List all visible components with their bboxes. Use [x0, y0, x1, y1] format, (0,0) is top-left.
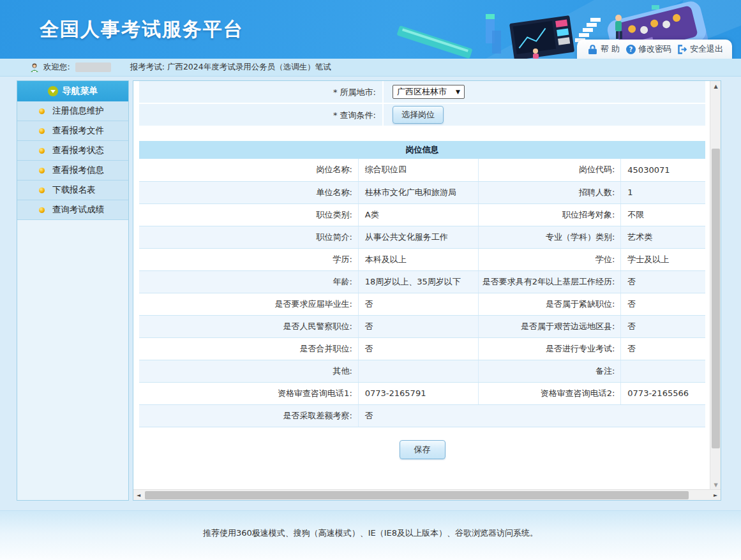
field-value: A类	[358, 203, 478, 226]
field-value: 否	[358, 404, 705, 427]
lock-icon	[588, 45, 598, 54]
job-info-content: * 所属地市: 广西区桂林市 ▼ * 查询条件: 选择岗位 岗位信息	[133, 81, 705, 479]
field-label: 资格审查咨询电话2:	[478, 382, 621, 404]
field-label: 是否属于紧缺职位:	[478, 293, 621, 315]
table-row: 资格审查咨询电话1:0773-2165791资格审查咨询电话2:0773-216…	[139, 382, 705, 404]
sidebar-menu: 注册信息维护查看报考文件查看报考状态查看报考信息下载报名表查询考试成绩	[17, 101, 128, 220]
table-row: 是否人民警察职位:否是否属于艰苦边远地区县:否	[139, 315, 705, 337]
header-link-label: 帮 助	[601, 43, 620, 55]
table-row: 学历:本科及以上学位:学士及以上	[139, 248, 705, 270]
field-label: 学历:	[139, 248, 358, 270]
welcome-greeting: 欢迎您:	[43, 62, 70, 73]
field-label: 学位:	[478, 248, 621, 270]
field-value: 否	[358, 337, 478, 360]
field-label: 职位简介:	[139, 226, 358, 248]
field-label: 其他:	[139, 360, 358, 382]
user-avatar-icon	[29, 63, 40, 73]
sidebar-item-2[interactable]: 查看报考文件	[17, 121, 128, 141]
bullet-icon	[39, 148, 45, 154]
table-row: 职位简介:从事公共文化服务工作专业（学科）类别:艺术类	[139, 226, 705, 248]
table-row: 单位名称:桂林市文化广电和旅游局招聘人数:1	[139, 181, 705, 203]
field-value	[358, 360, 478, 382]
field-value: 从事公共文化服务工作	[358, 226, 478, 248]
browser-recommendation: 推荐使用360极速模式、搜狗（高速模式）、IE（IE8及以上版本）、谷歌浏览器访…	[0, 527, 741, 539]
nav-menu-title: 导航菜单	[63, 85, 98, 97]
field-value: 综合职位四	[358, 159, 478, 181]
choose-position-button[interactable]: 选择岗位	[393, 106, 444, 124]
field-value: 学士及以上	[621, 248, 705, 270]
city-select[interactable]: 广西区桂林市 ▼	[393, 85, 465, 99]
bullet-icon	[39, 128, 45, 134]
field-value: 艺术类	[621, 226, 705, 248]
table-row: 职位类别:A类职位招考对象:不限	[139, 203, 705, 226]
sidebar-item-label: 查询考试成绩	[52, 204, 104, 216]
field-value: 0773-2165566	[621, 382, 705, 404]
scroll-left-arrow-icon[interactable]: ◄	[133, 490, 144, 501]
table-row: 其他:备注:	[139, 360, 705, 382]
svg-text:?: ?	[629, 46, 633, 53]
bullet-icon	[39, 188, 45, 193]
horizontal-scrollbar-thumb[interactable]	[145, 491, 689, 499]
field-value: 不限	[621, 203, 705, 226]
header-links: 帮 助?修改密码安全退出	[577, 40, 732, 59]
field-label: 招聘人数:	[478, 181, 621, 203]
city-label: * 所属地市:	[139, 81, 384, 103]
header-link-lock[interactable]: 帮 助	[588, 43, 620, 55]
question-icon: ?	[626, 45, 636, 54]
condition-label: * 查询条件:	[139, 104, 384, 126]
sidebar-item-4[interactable]: 查看报考信息	[17, 161, 128, 181]
field-label: 岗位名称:	[139, 159, 358, 181]
field-label: 岗位代码:	[478, 159, 621, 181]
form-row-city: * 所属地市: 广西区桂林市 ▼	[139, 81, 705, 104]
header-link-label: 安全退出	[690, 43, 723, 55]
select-chevron-icon: ▼	[456, 89, 460, 95]
header-link-exit[interactable]: 安全退出	[678, 43, 723, 55]
header-link-question[interactable]: ?修改密码	[626, 43, 671, 55]
sidebar-item-1[interactable]: 注册信息维护	[17, 101, 128, 121]
field-value: 否	[621, 315, 705, 337]
field-value: 本科及以上	[358, 248, 478, 270]
chevron-down-icon	[48, 86, 58, 96]
scroll-down-arrow-icon[interactable]: ▼	[710, 480, 721, 490]
sidebar-item-label: 查看报考文件	[52, 125, 104, 136]
bullet-icon	[39, 108, 45, 114]
table-row: 年龄:18周岁以上、35周岁以下是否要求具有2年以上基层工作经历:否	[139, 270, 705, 293]
field-label: 是否要求具有2年以上基层工作经历:	[478, 270, 621, 293]
table-row: 是否合并职位:否是否进行专业考试:否	[139, 337, 705, 360]
field-label: 备注:	[478, 360, 621, 382]
job-table-body: 岗位名称:综合职位四岗位代码:45030071单位名称:桂林市文化广电和旅游局招…	[139, 159, 705, 427]
save-button[interactable]: 保存	[400, 440, 445, 459]
field-label: 是否人民警察职位:	[139, 315, 358, 337]
scroll-right-arrow-icon[interactable]: ►	[710, 490, 721, 501]
content-panel: * 所属地市: 广西区桂林市 ▼ * 查询条件: 选择岗位 岗位信息	[133, 80, 721, 501]
sidebar-item-label: 注册信息维护	[52, 105, 104, 117]
header-link-label: 修改密码	[638, 43, 671, 55]
table-row: 是否要求应届毕业生:否是否属于紧缺职位:否	[139, 293, 705, 315]
sidebar-item-label: 查看报考状态	[52, 145, 104, 156]
nav-menu-header[interactable]: 导航菜单	[17, 81, 128, 101]
table-row: 岗位名称:综合职位四岗位代码:45030071	[139, 159, 705, 181]
job-table-title: 岗位信息	[139, 141, 705, 159]
sidebar-item-label: 查看报考信息	[52, 165, 104, 176]
field-label: 是否合并职位:	[139, 337, 358, 360]
scroll-up-arrow-icon[interactable]: ▲	[710, 81, 721, 91]
field-value: 否	[358, 315, 478, 337]
horizontal-scrollbar[interactable]: ◄ ►	[133, 489, 721, 500]
field-value: 否	[621, 293, 705, 315]
city-select-value: 广西区桂林市	[397, 86, 447, 98]
vertical-scrollbar[interactable]: ▲ ▼	[710, 81, 721, 490]
sidebar-item-3[interactable]: 查看报考状态	[17, 141, 128, 161]
table-row: 是否采取差额考察:否	[139, 404, 705, 427]
vertical-scrollbar-thumb[interactable]	[712, 149, 720, 448]
field-label: 是否属于艰苦边远地区县:	[478, 315, 621, 337]
page-footer: 推荐使用360极速模式、搜狗（高速模式）、IE（IE8及以上版本）、谷歌浏览器访…	[0, 510, 741, 560]
welcome-bar: 欢迎您: 报考考试: 广西2024年度考试录用公务员（选调生）笔试	[0, 59, 741, 77]
sidebar-item-6[interactable]: 查询考试成绩	[17, 200, 128, 220]
field-label: 职位类别:	[139, 203, 358, 226]
bullet-icon	[39, 168, 45, 173]
page: 全国人事考试服务平台 帮 助?修改密码安全退出 欢迎您: 报考考试: 广西202…	[0, 0, 741, 560]
sidebar-item-5[interactable]: 下载报名表	[17, 181, 128, 200]
field-value: 18周岁以上、35周岁以下	[358, 270, 478, 293]
field-label: 职位招考对象:	[478, 203, 621, 226]
field-label: 专业（学科）类别:	[478, 226, 621, 248]
